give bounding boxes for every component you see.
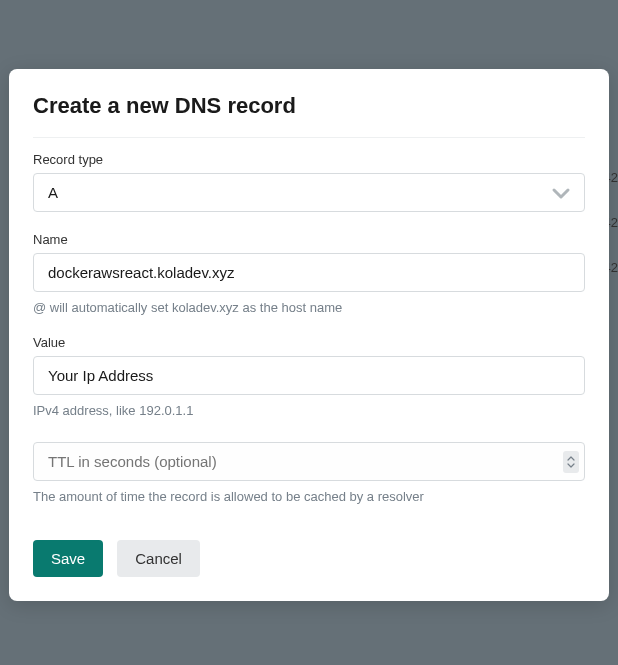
record-type-select[interactable]: A: [33, 173, 585, 212]
dns-record-modal: Create a new DNS record Record type A Na…: [9, 69, 609, 601]
save-button[interactable]: Save: [33, 540, 103, 577]
value-label: Value: [33, 335, 585, 350]
modal-title: Create a new DNS record: [33, 93, 585, 138]
value-field: Value IPv4 address, like 192.0.1.1: [33, 335, 585, 418]
value-input[interactable]: [33, 356, 585, 395]
modal-actions: Save Cancel: [33, 540, 585, 577]
record-type-label: Record type: [33, 152, 585, 167]
name-label: Name: [33, 232, 585, 247]
name-input[interactable]: [33, 253, 585, 292]
cancel-button[interactable]: Cancel: [117, 540, 200, 577]
name-helper: @ will automatically set koladev.xyz as …: [33, 300, 585, 315]
stepper-icon[interactable]: [563, 451, 579, 473]
name-field: Name @ will automatically set koladev.xy…: [33, 232, 585, 315]
record-type-field: Record type A: [33, 152, 585, 212]
ttl-field: The amount of time the record is allowed…: [33, 442, 585, 504]
value-helper: IPv4 address, like 192.0.1.1: [33, 403, 585, 418]
ttl-helper: The amount of time the record is allowed…: [33, 489, 585, 504]
ttl-input[interactable]: [33, 442, 585, 481]
